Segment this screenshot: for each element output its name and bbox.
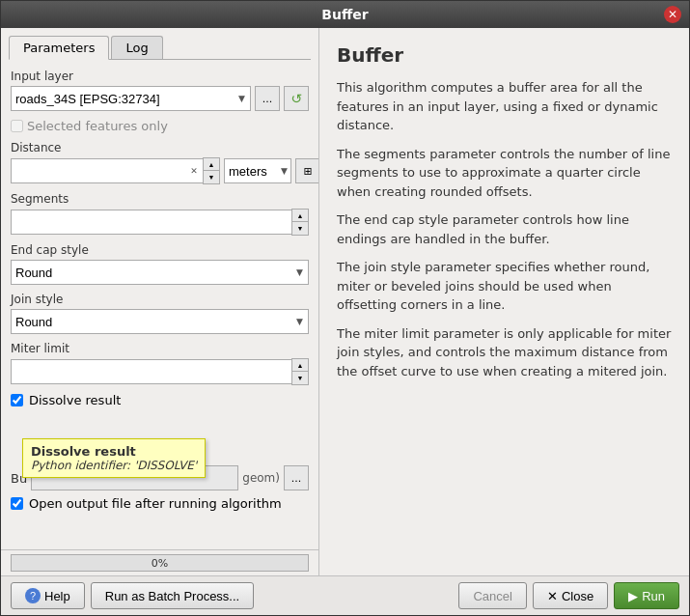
selected-features-checkbox[interactable]	[11, 120, 23, 132]
batch-process-button[interactable]: Run as Batch Process...	[91, 582, 254, 609]
distance-spinners: ▲ ▼	[203, 157, 220, 184]
segments-label: Segments	[11, 192, 309, 206]
tab-bar: Parameters Log	[1, 28, 318, 59]
join-style-select-wrapper: Round Miter Bevel	[11, 309, 309, 334]
run-icon: ▶	[628, 589, 638, 603]
miter-limit-group: Miter limit 2,000000 ▲ ▼	[11, 342, 309, 385]
run-button[interactable]: ▶ Run	[614, 582, 679, 609]
distance-group: Distance 50,000000 ✕ ▲ ▼	[11, 141, 309, 184]
distance-field-button[interactable]: ⊞	[295, 158, 318, 183]
end-cap-select-wrapper: Round Flat Square	[11, 260, 309, 285]
selected-features-label: Selected features only	[27, 119, 168, 133]
question-icon: ?	[25, 588, 41, 603]
open-output-checkbox[interactable]	[11, 497, 23, 510]
dissolve-result-group: Dissolve result	[11, 393, 309, 407]
distance-clear-button[interactable]: ✕	[185, 158, 203, 183]
input-layer-select-wrapper: roads_34S [EPSG:32734]	[11, 86, 251, 111]
dissolve-result-checkbox[interactable]	[11, 394, 23, 406]
right-panel: Buffer This algorithm computes a buffer …	[319, 28, 689, 575]
help-p2: The segments parameter controls the numb…	[337, 145, 672, 202]
content-area: Parameters Log Input layer roads_34S [EP…	[1, 28, 689, 575]
unit-wrapper: meters feet km	[224, 158, 291, 183]
buffer-dialog: Buffer ✕ Parameters Log Input layer	[0, 0, 690, 616]
params-content: Input layer roads_34S [EPSG:32734] ... ↺	[1, 60, 318, 549]
miter-spinner-down[interactable]: ▼	[292, 372, 308, 384]
close-icon[interactable]: ✕	[664, 6, 681, 23]
dissolve-result-label: Dissolve result	[29, 393, 121, 407]
miter-limit-input[interactable]: 2,000000	[11, 359, 291, 384]
segments-spinners: ▲ ▼	[291, 209, 309, 236]
miter-limit-label: Miter limit	[11, 342, 309, 355]
miter-spinner-up[interactable]: ▲	[292, 359, 308, 372]
join-style-label: Join style	[11, 293, 309, 306]
close-x-icon: ✕	[547, 589, 558, 603]
miter-limit-spinners: ▲ ▼	[291, 358, 309, 385]
close-button[interactable]: ✕ ✕ Close Close	[533, 582, 608, 609]
input-layer-group: Input layer roads_34S [EPSG:32734] ... ↺	[11, 70, 309, 111]
end-cap-group: End cap style Round Flat Square	[11, 243, 309, 285]
right-buttons: Cancel ✕ ✕ Close Close ▶ Run	[458, 582, 679, 609]
buffered-ellipsis-button[interactable]: ...	[284, 465, 309, 490]
help-button[interactable]: ? Help	[11, 582, 85, 609]
progress-bar-outer: 0%	[11, 554, 309, 572]
end-cap-select[interactable]: Round Flat Square	[11, 260, 309, 285]
end-cap-label: End cap style	[11, 243, 309, 257]
join-style-select[interactable]: Round Miter Bevel	[11, 309, 309, 334]
help-p4: The join style parameter specifies wheth…	[337, 258, 672, 315]
join-style-group: Join style Round Miter Bevel	[11, 293, 309, 334]
selected-features-group: Selected features only	[11, 119, 309, 133]
open-output-group: Open output file after running algorithm	[11, 496, 309, 511]
help-p1: This algorithm computes a buffer area fo…	[337, 78, 672, 135]
distance-spinner-down[interactable]: ▼	[204, 171, 219, 183]
bottom-buttons: ? Help Run as Batch Process... Cancel ✕ …	[1, 575, 689, 615]
progress-label: 0%	[12, 555, 308, 571]
distance-input-wrap: 50,000000 ✕ ▲ ▼	[11, 157, 220, 184]
help-p3: The end cap style parameter controls how…	[337, 210, 672, 248]
dialog-title: Buffer	[321, 7, 368, 22]
tooltip-title: Dissolve result	[31, 444, 197, 459]
distance-row: 50,000000 ✕ ▲ ▼ meters	[11, 157, 309, 184]
input-layer-row: roads_34S [EPSG:32734] ... ↺	[11, 86, 309, 111]
miter-limit-row: 2,000000 ▲ ▼	[11, 358, 309, 385]
segments-spinner-down[interactable]: ▼	[292, 222, 308, 235]
tooltip-sub: Python identifier: 'DISSOLVE'	[31, 459, 197, 472]
left-panel: Parameters Log Input layer roads_34S [EP…	[1, 28, 319, 575]
input-layer-refresh-button[interactable]: ↺	[284, 86, 309, 111]
geom-label: geom)	[242, 471, 280, 485]
distance-input[interactable]: 50,000000	[11, 158, 185, 183]
distance-spinner-up[interactable]: ▲	[204, 158, 219, 171]
segments-group: Segments 5 ▲ ▼	[11, 192, 309, 236]
left-buttons: ? Help Run as Batch Process...	[11, 582, 254, 609]
progress-area: 0%	[1, 549, 318, 575]
input-layer-ellipsis-button[interactable]: ...	[255, 86, 280, 111]
tab-log[interactable]: Log	[111, 36, 162, 59]
input-layer-label: Input layer	[11, 70, 309, 83]
help-p5: The miter limit parameter is only applic…	[337, 324, 672, 381]
input-layer-select[interactable]: roads_34S [EPSG:32734]	[11, 86, 251, 111]
segments-row: 5 ▲ ▼	[11, 209, 309, 236]
tab-parameters[interactable]: Parameters	[9, 36, 109, 60]
help-title: Buffer	[337, 43, 672, 67]
segments-input[interactable]: 5	[11, 210, 291, 235]
unit-select[interactable]: meters feet km	[224, 158, 291, 183]
open-output-label: Open output file after running algorithm	[29, 496, 282, 511]
distance-label: Distance	[11, 141, 309, 154]
dissolve-tooltip: Dissolve result Python identifier: 'DISS…	[22, 438, 206, 478]
segments-spinner-up[interactable]: ▲	[292, 210, 308, 222]
cancel-button[interactable]: Cancel	[458, 582, 526, 609]
title-bar: Buffer ✕	[1, 1, 689, 28]
